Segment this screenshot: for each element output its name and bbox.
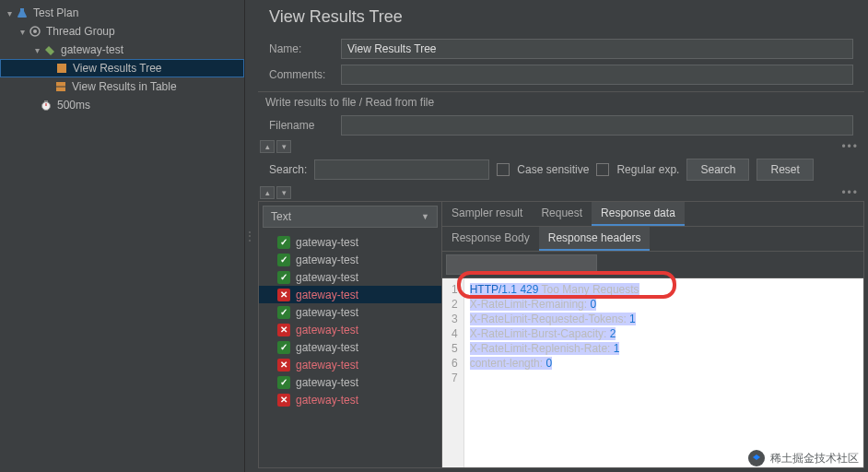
result-item[interactable]: ✕gateway-test [259, 356, 441, 373]
chevron-down-icon: ▼ [421, 212, 429, 221]
name-label: Name: [269, 42, 334, 55]
result-item-label: gateway-test [296, 254, 358, 266]
success-icon: ✓ [277, 376, 290, 389]
panel-title: View Results Tree [254, 0, 868, 36]
result-item[interactable]: ✕gateway-test [259, 391, 441, 408]
section-collapse[interactable]: ▴▾ [254, 138, 297, 155]
case-sensitive-label: Case sensitive [517, 163, 589, 176]
tab-response-data[interactable]: Response data [592, 202, 685, 226]
result-item-label: gateway-test [296, 341, 358, 354]
success-icon: ✓ [277, 306, 290, 319]
result-item[interactable]: ✓gateway-test [259, 233, 441, 251]
result-item-label: gateway-test [296, 359, 358, 372]
timer-icon [39, 98, 53, 112]
tree-item-label: Thread Group [46, 25, 115, 38]
result-item[interactable]: ✓gateway-test [259, 338, 441, 356]
expand-icon: ▾ [4, 8, 15, 18]
test-plan-tree: ▾ Test Plan ▾ Thread Group ▾ gateway-tes… [0, 0, 245, 472]
result-item-label: gateway-test [296, 306, 358, 319]
regex-checkbox[interactable] [596, 163, 609, 176]
juejin-icon [748, 450, 765, 466]
file-section-label: Write results to file / Read from file [258, 91, 864, 112]
search-label: Search: [269, 163, 307, 176]
more-icon[interactable]: ••• [841, 140, 868, 153]
error-icon: ✕ [277, 289, 290, 301]
response-headers-view[interactable]: 1234567 HTTP/1.1 429 Too Many Requests X… [442, 278, 863, 467]
tree-item-test-plan[interactable]: ▾ Test Plan [0, 4, 244, 22]
success-icon: ✓ [277, 341, 290, 354]
expand-icon: ▾ [17, 27, 28, 37]
tree-item-label: 500ms [57, 99, 90, 112]
subtab-response-body[interactable]: Response Body [442, 227, 539, 251]
result-item-label: gateway-test [296, 236, 358, 249]
tree-item-label: View Results in Table [72, 80, 177, 93]
svg-rect-2 [57, 64, 66, 73]
success-icon: ✓ [277, 254, 290, 266]
result-item-label: gateway-test [296, 289, 358, 301]
detail-pane: Sampler result Request Response data Res… [442, 201, 864, 468]
svg-point-1 [33, 30, 37, 33]
section-collapse-2[interactable]: ▴▾ [254, 184, 297, 201]
tree-item-timer[interactable]: 500ms [0, 96, 244, 114]
result-item-label: gateway-test [296, 324, 358, 336]
filename-label: Filename [269, 119, 334, 132]
renderer-value: Text [271, 210, 291, 223]
name-input[interactable] [341, 39, 853, 59]
comments-label: Comments: [269, 68, 334, 81]
tree-item-view-results-tree[interactable]: View Results Tree [0, 59, 244, 77]
flask-icon [15, 6, 29, 20]
error-icon: ✕ [277, 394, 290, 407]
result-list: ✓gateway-test✓gateway-test✓gateway-test✕… [259, 231, 441, 467]
tree-item-label: Test Plan [33, 6, 78, 19]
gear-icon [28, 24, 42, 39]
result-item-label: gateway-test [296, 376, 358, 389]
more-icon[interactable]: ••• [841, 186, 868, 199]
regex-label: Regular exp. [616, 163, 679, 176]
case-sensitive-checkbox[interactable] [497, 163, 510, 176]
results-table-icon [53, 79, 68, 94]
sampler-icon [42, 42, 57, 57]
renderer-combo[interactable]: Text ▼ [263, 206, 438, 228]
expand-icon: ▾ [31, 45, 42, 55]
result-item[interactable]: ✓gateway-test [259, 373, 441, 391]
watermark: 稀土掘金技术社区 [748, 450, 859, 466]
result-item-label: gateway-test [296, 394, 358, 407]
result-item[interactable]: ✓gateway-test [259, 268, 441, 286]
results-pane: Text ▼ ✓gateway-test✓gateway-test✓gatewa… [258, 201, 442, 468]
filename-input[interactable] [341, 115, 853, 136]
tree-item-thread-group[interactable]: ▾ Thread Group [0, 22, 244, 41]
svg-rect-7 [44, 100, 48, 102]
results-tree-icon [54, 61, 69, 76]
result-item[interactable]: ✓gateway-test [259, 303, 441, 321]
comments-input[interactable] [341, 65, 853, 85]
response-filter-input[interactable] [446, 254, 597, 275]
search-button[interactable]: Search [686, 159, 749, 181]
success-icon: ✓ [277, 271, 290, 284]
tab-sampler-result[interactable]: Sampler result [442, 202, 532, 226]
splitter-vertical[interactable]: ⋮ [245, 0, 254, 472]
error-icon: ✕ [277, 324, 290, 336]
search-input[interactable] [314, 159, 489, 180]
tab-request[interactable]: Request [532, 202, 592, 226]
success-icon: ✓ [277, 236, 290, 249]
result-item-label: gateway-test [296, 271, 358, 284]
tree-item-label: View Results Tree [73, 62, 162, 75]
tree-item-view-results-table[interactable]: View Results in Table [0, 77, 244, 96]
subtab-response-headers[interactable]: Response headers [539, 227, 651, 251]
reset-button[interactable]: Reset [757, 159, 813, 181]
main-panel: View Results Tree Name: Comments: Write … [254, 0, 868, 472]
result-item[interactable]: ✓gateway-test [259, 251, 441, 268]
result-item[interactable]: ✕gateway-test [259, 286, 441, 303]
tree-item-gateway-test[interactable]: ▾ gateway-test [0, 41, 244, 59]
tree-item-label: gateway-test [61, 43, 123, 56]
result-item[interactable]: ✕gateway-test [259, 321, 441, 338]
error-icon: ✕ [277, 359, 290, 372]
